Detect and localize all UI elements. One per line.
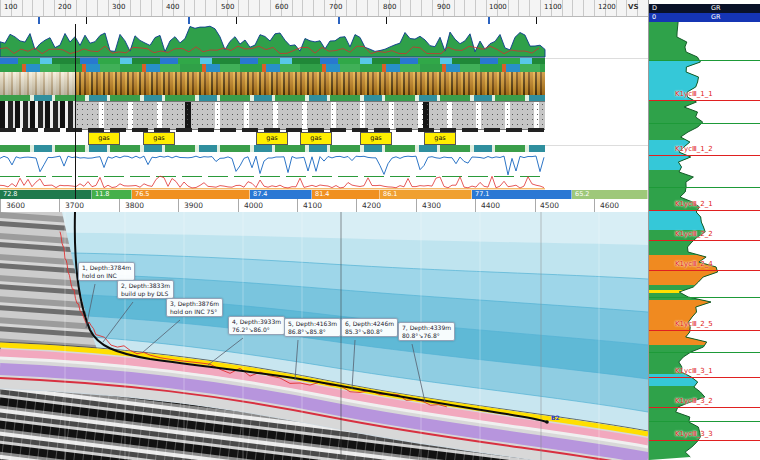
zonation-color-strip[interactable]: [0, 64, 545, 72]
well-section-view[interactable]: 100200300400500600700800900100011001200 …: [0, 0, 648, 460]
stat-segment: 81.4: [312, 190, 380, 199]
vs-ruler-tick: 400: [166, 3, 179, 11]
resistivity-plot: [0, 152, 648, 175]
survey-annotation[interactable]: 7, Depth:4339m80.8°↘76.8°: [398, 322, 455, 341]
gas-show-badge: gas: [424, 132, 456, 145]
survey-annotation[interactable]: 3, Depth:3876mhold on INC 75°: [166, 298, 223, 317]
depth-ruler-tick: 3700: [65, 201, 84, 210]
gr-curve-plot: [0, 24, 648, 58]
survey-annotation[interactable]: 2, Depth:3833mbuild up by DLS: [117, 280, 174, 299]
porosity-plot: [0, 175, 648, 190]
vs-ruler-tick: 600: [275, 3, 288, 11]
gas-marker-row: gasgasgasgasgasgas: [0, 101, 648, 145]
geosteering-app: 100200300400500600700800900100011001200 …: [0, 0, 760, 460]
depth-ruler-tick: 4100: [303, 201, 322, 210]
wellhead-vertical-line: [75, 24, 76, 199]
vs-ruler-tick: 700: [329, 3, 342, 11]
depth-ruler-tick: 4500: [540, 201, 559, 210]
survey-annotation[interactable]: 5, Depth:4163m86.8°↘85.8°: [284, 318, 341, 337]
vs-ruler-tick: 300: [112, 3, 125, 11]
survey-annotation[interactable]: 6, Depth:4246m85.3°↘80.8°: [341, 318, 398, 337]
image-log-shallow-section: [0, 72, 75, 95]
vs-ruler-tick: 500: [221, 3, 234, 11]
target-point-label: B2: [551, 414, 560, 421]
stat-segment: 11.8: [92, 190, 132, 199]
md-depth-ruler: 3600370038003900400041004200430044004500…: [0, 199, 648, 213]
vs-ruler-tick: 200: [58, 3, 71, 11]
vs-ruler-tick: 100: [4, 3, 17, 11]
stat-segment: 65.2: [572, 190, 648, 199]
porosity-curve-track[interactable]: [0, 175, 648, 191]
stat-segment: 77.1: [472, 190, 572, 199]
depth-ruler-tick: 4600: [600, 201, 619, 210]
vs-ruler-tick: 900: [437, 3, 450, 11]
depth-ruler-tick: 4000: [244, 201, 263, 210]
gas-show-badge: gas: [360, 132, 392, 145]
vs-ruler-tick: 800: [383, 3, 396, 11]
vs-ruler: 100200300400500600700800900100011001200: [0, 0, 648, 17]
depth-ruler-tick: 3800: [125, 201, 144, 210]
gr-panel-header-scale: 0 GR: [649, 13, 760, 22]
gas-show-badge: gas: [88, 132, 120, 145]
stat-segment: 72.8: [0, 190, 92, 199]
gr-panel-header-top: D GR: [649, 4, 760, 13]
depth-ruler-tick: 4300: [422, 201, 441, 210]
vs-unit-label: VS: [628, 3, 638, 11]
gas-show-badge: gas: [256, 132, 288, 145]
vs-ruler-tick: 1100: [544, 3, 562, 11]
interval-stat-bar: 72.811.876.587.481.486.177.165.2: [0, 190, 648, 199]
gr-type-log-plot[interactable]: [649, 22, 760, 460]
vs-ruler-tick: 1000: [489, 3, 507, 11]
survey-annotation[interactable]: 1, Depth:3784mhold on INC: [78, 262, 135, 281]
depth-ruler-tick: 4200: [362, 201, 381, 210]
stat-segment: 87.4: [250, 190, 312, 199]
depth-ruler-tick: 3900: [184, 201, 203, 210]
stat-segment: 86.1: [380, 190, 472, 199]
pay-flag-strip-lower[interactable]: [0, 145, 545, 152]
image-log-track[interactable]: [0, 72, 545, 95]
depth-ruler-tick: 3600: [6, 201, 25, 210]
lithology-track[interactable]: gasgasgasgasgasgas: [0, 101, 648, 146]
resistivity-curve-track[interactable]: [0, 152, 648, 176]
stat-segment: 76.5: [132, 190, 250, 199]
gr-type-log-panel[interactable]: D GR 0 GR: [648, 0, 760, 460]
depth-ruler-tick: 4400: [481, 201, 500, 210]
gr-curve-track[interactable]: [0, 24, 648, 59]
annotation-layer: 1, Depth:3784mhold on INC 2, Depth:3833m…: [0, 212, 648, 460]
vs-ruler-tick: 1200: [598, 3, 616, 11]
survey-annotation[interactable]: 4, Depth:3933m76.2°↘86.0°: [228, 316, 285, 335]
seismic-section-view[interactable]: 1, Depth:3784mhold on INC 2, Depth:3833m…: [0, 212, 648, 460]
gas-show-badge: gas: [143, 132, 175, 145]
gas-show-badge: gas: [300, 132, 332, 145]
